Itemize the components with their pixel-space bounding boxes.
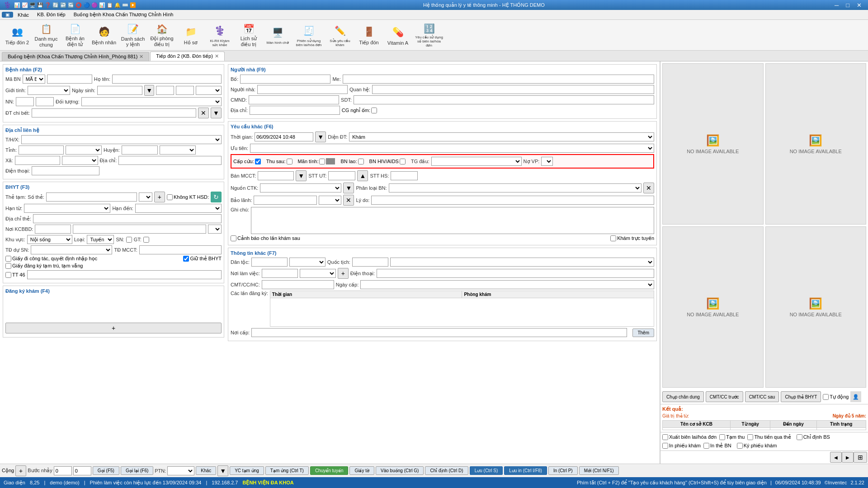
hoten-input[interactable] — [112, 75, 222, 84]
thusau-cb[interactable] — [287, 159, 292, 164]
cmt-truoc-btn[interactable]: CMT/CC trước — [706, 391, 743, 402]
huyen-select[interactable] — [160, 145, 196, 155]
vaobuong-btn[interactable]: Vào buồng (Ctrl G) — [376, 466, 424, 475]
toolbar-tiepdon[interactable]: 🚪 Tiếp đón — [355, 22, 382, 48]
buocnhay-input1[interactable] — [54, 466, 72, 475]
toolbar-suayeucau[interactable]: ✏️ Sửa yêu cầu khám — [326, 22, 354, 48]
khamtructuyen-cb[interactable] — [610, 235, 616, 241]
diachi2-input[interactable] — [118, 156, 222, 165]
toolbar-phiensudung[interactable]: 🧾 Phiên sử dụng biên lai/hóa đơn — [293, 22, 325, 48]
tamung-btn[interactable]: Tạm ứng (Ctrl T) — [265, 466, 309, 475]
gioitinh-select[interactable] — [28, 86, 70, 95]
stths-input[interactable] — [391, 171, 418, 180]
giuthe-cb[interactable] — [183, 256, 189, 262]
khac-expand-btn[interactable]: ▼ — [217, 465, 228, 476]
sttut-up[interactable]: ▲ — [357, 170, 368, 181]
baolanh-clear[interactable]: ✕ — [343, 195, 354, 206]
buocnhay-input2[interactable] — [73, 466, 91, 475]
bnlao-cb[interactable] — [358, 159, 364, 164]
giayto-btn[interactable]: Giấy tờ — [349, 466, 374, 475]
lydo-input[interactable] — [371, 196, 654, 205]
sothe-select[interactable] — [139, 192, 152, 202]
in-the-bn-cb[interactable] — [703, 443, 709, 449]
bnhivaids-cb[interactable] — [400, 159, 406, 164]
uutien-select[interactable] — [250, 144, 654, 153]
huyen-input[interactable] — [122, 145, 158, 155]
menu-item-kbdontiep[interactable]: KB. Đón tiếp — [33, 11, 69, 19]
thu-tien-qua-the-cb[interactable] — [747, 434, 753, 440]
noicap-input[interactable] — [251, 328, 627, 337]
in-btn[interactable]: In (Ctrl P) — [548, 466, 578, 475]
mantinh-cb[interactable] — [319, 159, 325, 164]
cmt-sau-btn[interactable]: CMT/CC sau — [745, 391, 779, 402]
in-phieu-kham-cb[interactable] — [662, 443, 668, 449]
khac-btn[interactable]: Khác — [196, 466, 216, 475]
me-input[interactable] — [343, 75, 654, 84]
chup-thebhyt-btn[interactable]: Chụp thẻ BHYT — [781, 391, 821, 402]
sothe-add[interactable]: + — [154, 192, 165, 202]
ptn-select[interactable] — [167, 466, 194, 475]
dantoc-select[interactable] — [289, 258, 326, 267]
tinh-input[interactable] — [19, 145, 64, 155]
dienthoai-input[interactable] — [32, 166, 99, 175]
tab-close-buongbenh[interactable]: ✕ — [139, 54, 143, 60]
sn-cb[interactable] — [126, 237, 132, 243]
goi-f5-btn[interactable]: Gọi (F5) — [93, 466, 119, 475]
tab-tiepdon2[interactable]: Tiếp đón 2 (KB. Đón tiếp) ✕ — [150, 52, 224, 61]
ngaycap-select[interactable] — [360, 280, 654, 289]
noikcbbd-input2[interactable] — [73, 225, 206, 234]
toolbar-doiphong[interactable]: 🏠 Đội phòng điều trị — [148, 22, 175, 48]
capcuu-cb[interactable] — [255, 159, 261, 164]
dtchibet-add[interactable]: ✕ — [198, 108, 209, 118]
quoctich-input[interactable] — [352, 258, 388, 267]
doituong-select[interactable] — [81, 97, 222, 106]
chi-dinh-bs-cb[interactable] — [797, 434, 802, 440]
cong-add-btn[interactable]: + — [15, 465, 26, 476]
nguonctk-btn[interactable]: ▼ — [343, 183, 354, 193]
bhyt-refresh[interactable]: ↻ — [211, 192, 222, 202]
toolbar-danhmuc[interactable]: 📋 Danh mục chung — [33, 22, 60, 48]
maximize-btn[interactable]: □ — [843, 2, 852, 9]
menu-item-khac[interactable]: Khác — [14, 11, 33, 19]
chidinh-btn[interactable]: Chỉ định (Ctrl D) — [425, 466, 468, 475]
tdmcct-input[interactable] — [139, 245, 222, 254]
tt46-input[interactable] — [27, 270, 222, 279]
scroll-left-btn[interactable]: ◀ — [830, 452, 842, 463]
nguoinha-input[interactable] — [257, 85, 348, 94]
toolbar-vitamina[interactable]: 💊 Vitamin A — [384, 22, 411, 48]
toolbar-hoso[interactable]: 📁 Hồ sơ — [177, 22, 204, 48]
loai-select[interactable]: Tuyến — [87, 235, 114, 244]
cmtcc-input[interactable] — [262, 280, 334, 289]
luu-btn[interactable]: Lưu (Ctrl S) — [470, 466, 503, 475]
cmnd-input[interactable] — [249, 95, 339, 104]
toolbar-benhan[interactable]: 📄 Bệnh án điện tử — [61, 22, 89, 48]
tgdau-select[interactable] — [431, 157, 522, 166]
handen-select[interactable] — [135, 204, 222, 213]
thoigian-input[interactable] — [255, 132, 313, 141]
tt46-cb[interactable] — [5, 272, 11, 278]
toolbar-benhnhan[interactable]: 🧑 Bệnh nhân — [90, 22, 118, 48]
tinh-select[interactable] — [66, 145, 102, 155]
sdt-input[interactable] — [354, 95, 654, 104]
baolanh-input[interactable] — [254, 196, 317, 205]
toolbar-kirit[interactable]: ⚕️ Ki-Rít Khám sức khỏe — [206, 22, 233, 48]
tddusn-select[interactable] — [31, 245, 112, 254]
banmcct-input[interactable] — [258, 171, 294, 180]
tab-close-tiepdon2[interactable]: ✕ — [215, 53, 219, 59]
nn-input2[interactable] — [36, 97, 54, 106]
menu-item-buongbenh[interactable]: Buồng bệnh Khoa Chấn Thương Chỉnh Hình — [70, 11, 177, 19]
moi-btn[interactable]: Mới (Ctrl N/F1) — [579, 466, 619, 475]
noilam-add[interactable]: + — [338, 268, 349, 279]
toolbar-tiepdon2[interactable]: 👥 Tiếp đón 2 — [4, 22, 31, 48]
giaydct-cb[interactable] — [5, 256, 11, 262]
phanloai-select[interactable] — [389, 183, 642, 192]
scroll-extra-btn[interactable]: ⊞ — [854, 452, 867, 463]
phanloai-clear[interactable]: ✕ — [643, 183, 654, 193]
quanhe-input[interactable] — [372, 85, 654, 94]
chup-chandung-btn[interactable]: Chụp chân dung — [662, 391, 704, 402]
nn-input1[interactable] — [16, 97, 34, 106]
baolanh-select[interactable] — [319, 196, 341, 205]
quoctich-select[interactable] — [390, 258, 654, 267]
noilam-select[interactable] — [300, 269, 336, 278]
scroll-right-btn[interactable]: ▶ — [842, 452, 854, 463]
